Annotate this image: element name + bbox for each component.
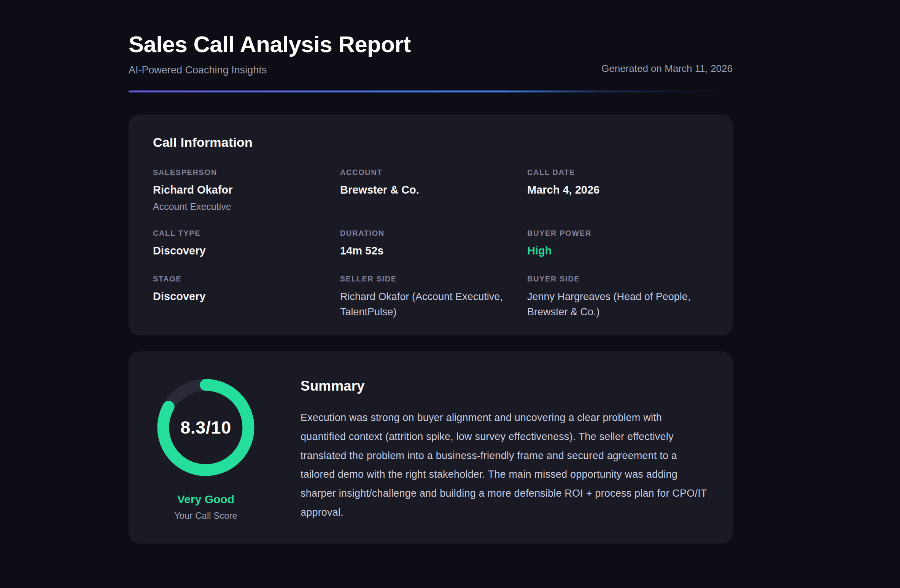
field-label: STAGE [153,275,334,283]
score-summary-card: 8.3/10 Very Good Your Call Score Summary… [129,351,733,544]
field-value-plain: Richard Okafor (Account Executive, Talen… [340,289,521,319]
field-call-type: CALL TYPE Discovery [153,229,334,258]
score-gauge: 8.3/10 Very Good Your Call Score [153,378,259,521]
report-header: Sales Call Analysis Report AI-Powered Co… [129,31,733,76]
page: Sales Call Analysis Report AI-Powered Co… [0,0,900,588]
summary-heading: Summary [301,378,708,394]
field-value-accent: High [527,244,708,258]
call-info-grid: SALESPERSON Richard Okafor Account Execu… [153,168,708,319]
field-value: Richard Okafor [153,183,334,197]
field-subvalue: Account Executive [153,201,334,212]
page-title: Sales Call Analysis Report [129,31,411,57]
field-buyer-side: BUYER SIDE Jenny Hargreaves (Head of Peo… [527,275,708,319]
field-label: DURATION [340,229,521,238]
score-caption: Your Call Score [174,510,237,521]
field-label: BUYER POWER [527,229,708,238]
field-buyer-power: BUYER POWER High [527,229,708,258]
field-duration: DURATION 14m 52s [340,229,521,258]
header-divider [129,91,733,92]
field-value: March 4, 2026 [527,183,708,197]
score-rating: Very Good [177,493,234,506]
field-value: Discovery [153,244,334,258]
score-value: 8.3/10 [156,378,255,477]
field-label: BUYER SIDE [527,275,708,283]
generated-date: Generated on March 11, 2026 [601,63,733,76]
call-info-heading: Call Information [153,135,708,150]
field-value: Discovery [153,289,334,304]
field-value-plain: Jenny Hargreaves (Head of People, Brewst… [527,289,708,319]
field-label: SALESPERSON [153,168,334,177]
field-stage: STAGE Discovery [153,275,334,319]
field-value: 14m 52s [340,244,521,258]
score-ring: 8.3/10 [156,378,255,477]
field-seller-side: SELLER SIDE Richard Okafor (Account Exec… [340,275,521,319]
call-info-card: Call Information SALESPERSON Richard Oka… [129,114,733,335]
field-salesperson: SALESPERSON Richard Okafor Account Execu… [153,168,334,212]
summary-section: Summary Execution was strong on buyer al… [301,378,708,523]
field-label: ACCOUNT [340,168,521,177]
summary-body: Execution was strong on buyer alignment … [301,408,708,523]
page-subtitle: AI-Powered Coaching Insights [129,64,411,76]
field-label: SELLER SIDE [340,275,521,283]
field-label: CALL DATE [527,168,708,177]
field-label: CALL TYPE [153,229,334,238]
field-account: ACCOUNT Brewster & Co. [340,168,521,212]
report-container: Sales Call Analysis Report AI-Powered Co… [129,0,733,544]
header-title-block: Sales Call Analysis Report AI-Powered Co… [129,31,411,76]
field-value: Brewster & Co. [340,183,521,197]
field-call-date: CALL DATE March 4, 2026 [527,168,708,212]
